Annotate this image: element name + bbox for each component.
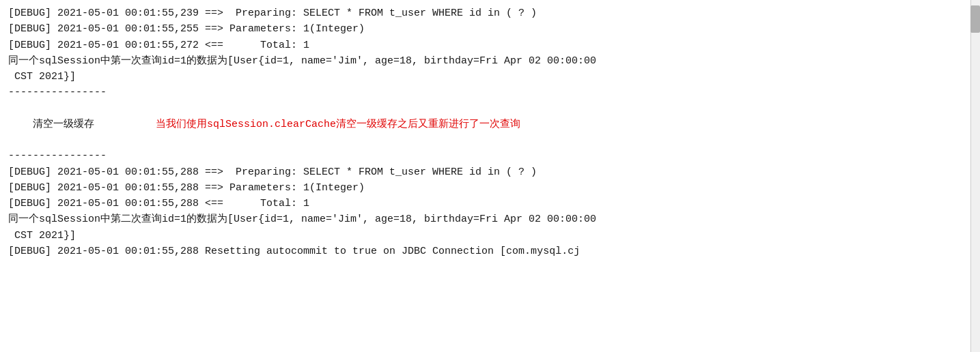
console-line-4: 同一个sqlSession中第一次查询id=1的数据为[User{id=1, n… <box>8 53 972 69</box>
console-line-3: [DEBUG] 2021-05-01 00:01:55,272 <== Tota… <box>8 38 972 53</box>
clear-cache-annotation: 当我们使用sqlSession.clearCache清空一级缓存之后又重新进行了… <box>156 119 520 130</box>
console-line-5: CST 2021}] <box>8 69 972 85</box>
console-line-9: [DEBUG] 2021-05-01 00:01:55,288 ==> Prep… <box>8 164 972 180</box>
clear-cache-label: 清空一级缓存 <box>33 119 156 130</box>
console-container: [DEBUG] 2021-05-01 00:01:55,239 ==> Prep… <box>0 0 980 352</box>
console-line-14: [DEBUG] 2021-05-01 00:01:55,288 Resettin… <box>8 244 972 259</box>
console-line-1: [DEBUG] 2021-05-01 00:01:55,239 ==> Prep… <box>8 5 972 21</box>
scrollbar-thumb[interactable] <box>970 5 980 33</box>
console-line-12: 同一个sqlSession中第二次查询id=1的数据为[User{id=1, n… <box>8 211 972 227</box>
console-separator-1: ---------------- <box>8 85 972 100</box>
console-line-10: [DEBUG] 2021-05-01 00:01:55,288 ==> Para… <box>8 180 972 196</box>
console-separator-2: ---------------- <box>8 148 972 164</box>
scrollbar[interactable] <box>970 0 980 352</box>
console-line-11: [DEBUG] 2021-05-01 00:01:55,288 <== Tota… <box>8 196 972 211</box>
console-line-13: CST 2021}] <box>8 228 972 244</box>
console-line-2: [DEBUG] 2021-05-01 00:01:55,255 ==> Para… <box>8 21 972 37</box>
console-line-7: 清空一级缓存 当我们使用sqlSession.clearCache清空一级缓存之… <box>8 101 972 149</box>
